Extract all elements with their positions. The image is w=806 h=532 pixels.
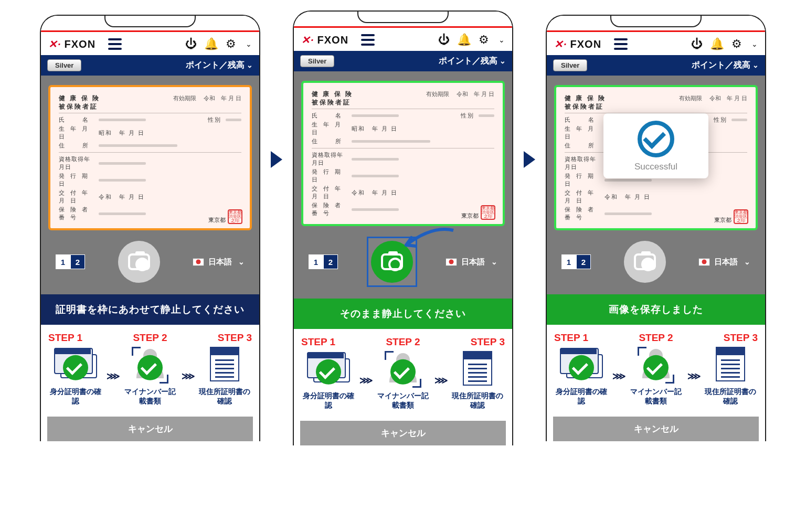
gear-icon[interactable]: ⚙ xyxy=(226,37,236,51)
card-title: 健 康 保 険被保険者証 xyxy=(312,90,353,107)
page-indicator[interactable]: 12 xyxy=(309,254,338,269)
check-icon xyxy=(137,355,163,380)
step-1-label: 身分証明書の確認 xyxy=(552,387,610,406)
status-strip: Silver ポイント／残高⌄ xyxy=(41,55,259,76)
chevron-down-icon[interactable]: ⌄ xyxy=(246,40,252,48)
capture-frame: 健 康 保 険被保険者証 有効期限令和 年 月 日 氏 名性別 生 年 月 日昭… xyxy=(48,85,252,230)
step-3-head: STEP 3 xyxy=(471,336,505,348)
instruction-bar: 画像を保存しました xyxy=(547,294,765,325)
tier-badge: Silver xyxy=(300,55,334,67)
app-header: ✕·FXON ⏻ 🔔 ⚙ ⌄ xyxy=(41,32,259,55)
arrow-icon: ⋙ xyxy=(434,375,447,386)
step-1-head: STEP 1 xyxy=(554,332,588,344)
step-2-head: STEP 2 xyxy=(133,332,167,344)
hint-arrow-icon xyxy=(396,225,459,257)
language-select[interactable]: 日本語⌄ xyxy=(698,257,750,267)
power-icon[interactable]: ⏻ xyxy=(438,33,450,47)
arrow-icon: ⋙ xyxy=(107,370,119,382)
camera-icon xyxy=(634,253,656,270)
step-2-label: マイナンバー記載書類 xyxy=(627,387,685,406)
gear-icon[interactable]: ⚙ xyxy=(731,37,742,51)
step-1-label: 身分証明書の確認 xyxy=(299,391,357,410)
card-expiry: 有効期限令和 年 月 日 xyxy=(426,90,494,107)
card-title: 健 康 保 険被保険者証 xyxy=(59,94,100,111)
steps-panel: STEP 1 STEP 2 STEP 3 身分証明書の確認 ⋙ マイナンバー記載… xyxy=(547,325,765,411)
balance-toggle[interactable]: ポイント／残高⌄ xyxy=(186,60,253,71)
step-3-label: 現住所証明書の確認 xyxy=(449,391,507,410)
tier-badge: Silver xyxy=(47,59,81,71)
check-icon xyxy=(63,355,88,380)
step-3-head: STEP 3 xyxy=(724,332,758,344)
phone-frame: ✕·FXON ⏻ 🔔 ⚙ ⌄ Silver ポイント／残高⌄ 健 康 保 険被保… xyxy=(40,15,260,441)
sequence-arrow-icon xyxy=(524,151,535,168)
bell-icon[interactable]: 🔔 xyxy=(710,37,724,51)
success-text: Successful xyxy=(609,162,703,172)
step-2-label: マイナンバー記載書類 xyxy=(121,387,179,406)
capture-frame: 健 康 保 険被保険者証 有効期限令和 年 月 日 氏 名性別 生 年 月 日昭… xyxy=(301,81,505,226)
insurance-card: 健 康 保 険被保険者証 有効期限令和 年 月 日 氏 名性別 生 年 月 日昭… xyxy=(54,90,247,225)
brand-logo: ✕·FXON xyxy=(301,34,348,46)
jp-flag-icon xyxy=(698,258,710,266)
power-icon[interactable]: ⏻ xyxy=(185,37,197,51)
page-indicator[interactable]: 12 xyxy=(561,254,591,269)
check-icon xyxy=(643,355,669,380)
arrow-icon: ⋙ xyxy=(359,375,372,386)
language-select[interactable]: 日本語⌄ xyxy=(193,257,245,267)
step-1-head: STEP 1 xyxy=(48,332,82,344)
chevron-down-icon[interactable]: ⌄ xyxy=(499,36,505,44)
instruction-bar: そのまま静止してください xyxy=(294,299,512,329)
menu-icon[interactable] xyxy=(614,38,628,50)
arrow-icon: ⋙ xyxy=(612,370,624,382)
arrow-icon: ⋙ xyxy=(182,370,194,382)
card-expiry: 有効期限令和 年 月 日 xyxy=(679,94,747,111)
step-1-label: 身分証明書の確認 xyxy=(46,387,104,406)
step-2-head: STEP 2 xyxy=(639,332,673,344)
phone-frame: ✕·FXON ⏻ 🔔 ⚙ ⌄ Silver ポイント／残高⌄ 健 康 保 険被保… xyxy=(546,15,766,441)
menu-icon[interactable] xyxy=(108,38,122,50)
shutter-button[interactable] xyxy=(624,241,666,283)
check-icon xyxy=(390,359,416,385)
jp-flag-icon xyxy=(446,258,457,266)
power-icon[interactable]: ⏻ xyxy=(691,37,703,51)
brand-logo: ✕·FXON xyxy=(48,38,96,50)
status-strip: Silver ポイント／残高⌄ xyxy=(294,51,512,71)
page-indicator[interactable]: 12 xyxy=(56,254,85,269)
check-circle-icon xyxy=(638,121,674,157)
chevron-down-icon[interactable]: ⌄ xyxy=(751,40,758,48)
tier-badge: Silver xyxy=(553,59,587,71)
balance-toggle[interactable]: ポイント／残高⌄ xyxy=(439,56,506,67)
cancel-button[interactable]: キャンセル xyxy=(553,417,759,441)
step-2-head: STEP 2 xyxy=(386,336,420,348)
camera-icon xyxy=(128,253,150,270)
capture-frame: 健 康 保 険被保険者証 有効期限令和 年 月 日 氏 名性別 生 年 月 日昭… xyxy=(554,85,758,230)
language-select[interactable]: 日本語⌄ xyxy=(446,257,497,267)
app-header: ✕·FXON ⏻ 🔔 ⚙ ⌄ xyxy=(547,32,765,55)
arrow-icon: ⋙ xyxy=(687,370,699,382)
jp-flag-icon xyxy=(193,258,204,266)
bell-icon[interactable]: 🔔 xyxy=(204,37,218,51)
step-3-label: 現住所証明書の確認 xyxy=(702,387,760,406)
step-1-head: STEP 1 xyxy=(301,336,335,348)
card-expiry: 有効期限令和 年 月 日 xyxy=(173,94,241,111)
steps-panel: STEP 1 STEP 2 STEP 3 身分証明書の確認 ⋙ マイナンバー記載… xyxy=(41,325,259,411)
bell-icon[interactable]: 🔔 xyxy=(457,33,471,47)
success-popup: Successful xyxy=(603,113,708,178)
check-icon xyxy=(569,355,594,380)
instruction-bar: 証明書を枠にあわせて静止してください xyxy=(41,294,259,325)
insurance-card: 健 康 保 険被保険者証 有効期限令和 年 月 日 氏 名性別 生 年 月 日昭… xyxy=(306,86,500,221)
step-2-label: マイナンバー記載書類 xyxy=(374,391,432,410)
gear-icon[interactable]: ⚙ xyxy=(479,33,489,47)
step-3-label: 現住所証明書の確認 xyxy=(196,387,254,406)
card-title: 健 康 保 険被保険者証 xyxy=(565,94,606,111)
status-strip: Silver ポイント／残高⌄ xyxy=(547,55,765,76)
step-3-head: STEP 3 xyxy=(218,332,252,344)
menu-icon[interactable] xyxy=(361,34,375,46)
sequence-arrow-icon xyxy=(271,151,282,168)
balance-toggle[interactable]: ポイント／残高⌄ xyxy=(692,60,759,71)
shutter-button[interactable] xyxy=(118,241,160,283)
check-icon xyxy=(316,359,341,385)
cancel-button[interactable]: キャンセル xyxy=(300,421,506,445)
steps-panel: STEP 1 STEP 2 STEP 3 身分証明書の確認 ⋙ マイナンバー記載… xyxy=(294,329,512,415)
brand-logo: ✕·FXON xyxy=(554,38,601,50)
cancel-button[interactable]: キャンセル xyxy=(47,417,253,441)
